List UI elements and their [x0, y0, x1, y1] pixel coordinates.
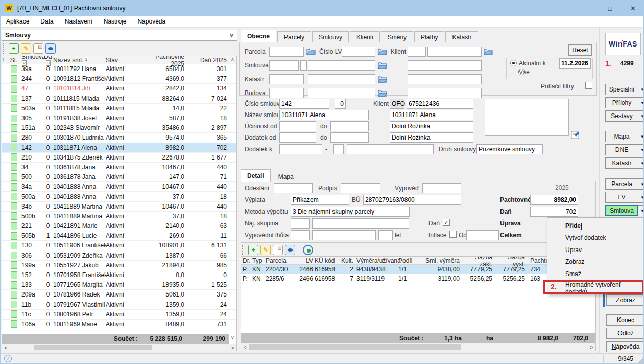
date-input[interactable]	[559, 58, 591, 69]
konec-button[interactable]: Konec	[606, 314, 644, 326]
contract-row[interactable]: 130 0 10511906 František Aktivní 108901,…	[2, 241, 236, 251]
odloz-button[interactable]: Odlož	[606, 328, 644, 339]
menu-nastroje[interactable]: Nástroje	[98, 16, 132, 27]
contract-row[interactable]: 34b 0 10411889 Martina Aktivní 10467,0 4…	[2, 202, 236, 212]
contract-row[interactable]: 306 0 10531909 Zdeňka Aktivní 1387,0 66	[2, 251, 236, 261]
scroll-left-icon[interactable]: <	[2, 345, 10, 351]
smlouva-extra-input[interactable]	[408, 60, 482, 71]
contract-row[interactable]: 221 0 10421891 Marie Aktivní 2140,0 63	[2, 221, 236, 231]
note-edit-icon[interactable]	[571, 131, 580, 142]
budova-extra-input[interactable]	[408, 88, 482, 98]
vyplata-input[interactable]	[291, 195, 349, 205]
folder-icon[interactable]	[484, 48, 493, 55]
contract-row[interactable]: 142 0 10311871 Alena Aktivní 8982,0 702	[2, 143, 236, 153]
col-header-excl[interactable]: !	[2, 57, 7, 64]
col-header-dan[interactable]: Daň 2025	[186, 57, 230, 64]
nazev-smlouvy-input[interactable]	[279, 110, 369, 120]
inflace-checkbox[interactable]	[449, 231, 457, 238]
adresa2-field[interactable]	[390, 132, 473, 143]
klient-type-field[interactable]: OFO	[390, 99, 404, 109]
klient-type-input[interactable]	[408, 47, 426, 57]
tab-smeny[interactable]: Směny	[381, 31, 413, 42]
reset-button[interactable]: Reset	[568, 44, 592, 56]
close-button[interactable]: ✕	[622, 1, 644, 16]
naj-skupina-name-input[interactable]	[312, 218, 409, 229]
contract-row[interactable]: 500a 0 10401888 Anna Aktivní 37,0 18	[2, 192, 236, 201]
folder-icon[interactable]	[378, 48, 387, 55]
contract-row[interactable]: 503a 0 10111815 Milada Aktivní 14,0 22	[2, 104, 236, 113]
col-header-stav[interactable]: Stav	[106, 57, 140, 64]
scroll-up-icon[interactable]: ∧	[229, 56, 236, 63]
cislo-smlouvy-input[interactable]	[279, 99, 329, 109]
dan-checkbox[interactable]: ✓	[443, 219, 450, 226]
lv-button[interactable]: LV▼	[605, 192, 644, 203]
notes-box[interactable]	[485, 99, 569, 136]
contract-row[interactable]: 11b 0 10791967 Vlastimil Aktivní 1359,0 …	[2, 300, 236, 310]
edit-icon[interactable]: ✎	[21, 43, 31, 54]
resize-grip[interactable]	[638, 357, 644, 363]
napoveda-button[interactable]: Nápověda	[606, 341, 644, 352]
aktualni-k-radio[interactable]	[510, 60, 517, 66]
folder-icon[interactable]	[378, 89, 387, 97]
katastr-button[interactable]: Katastr▼	[605, 157, 644, 169]
contract-row[interactable]: 505b 1 10441896 Lucie Aktivní 269,0 11	[2, 231, 236, 241]
vypoved-input[interactable]	[422, 183, 461, 193]
col-dr[interactable]: Dr.	[241, 257, 252, 264]
smlouva-name-input[interactable]	[308, 60, 375, 71]
scroll-right-icon[interactable]: >	[588, 344, 595, 350]
contract-row[interactable]: 210 0 10341875 Zdeněk Aktivní 22678,0 1 …	[2, 153, 236, 163]
menu-nastaveni[interactable]: Nastavení	[59, 16, 98, 27]
contract-row[interactable]: 244 0 10091812 František Aktivní 4369,0 …	[2, 74, 236, 84]
tab-detail[interactable]: Detail	[241, 169, 271, 182]
zobraz-button[interactable]: Zobraz	[606, 294, 644, 306]
dne-button[interactable]: DNE▼	[605, 144, 644, 155]
contract-row[interactable]: 152 0 10701958 František Aktivní 0,0 0	[2, 270, 236, 280]
tab-klienti[interactable]: Klienti	[350, 31, 380, 42]
col-podil[interactable]: Podíl	[398, 257, 418, 264]
col-kult[interactable]: Kult.	[340, 257, 354, 264]
toolbar-grip[interactable]	[3, 43, 5, 54]
inflace-od-input[interactable]	[466, 230, 499, 240]
dropdown-arrow-icon[interactable]: ▼	[638, 157, 644, 169]
cislo-suffix-input[interactable]	[335, 99, 346, 109]
lhuta-name-input[interactable]	[312, 230, 376, 240]
druh-smlouvy-select[interactable]: Pozemkové smlouvy	[476, 144, 543, 154]
contract-row[interactable]: 209a 0 10781966 Radek Aktivní 5061,0 375	[2, 290, 236, 300]
sestavy-button[interactable]: Sestavy▼	[605, 110, 644, 122]
klient-name-input[interactable]	[427, 47, 482, 57]
contract-row[interactable]: 500 0 10361878 Jana Aktivní 147,0 71	[2, 172, 236, 182]
naj-skupina-input[interactable]	[291, 218, 310, 229]
adresa1-field[interactable]	[390, 121, 473, 131]
contract-row[interactable]: 47 0 10101814 Jiří Aktivní 2842,0 134	[2, 84, 236, 94]
katastr-name-input[interactable]	[308, 74, 375, 84]
contract-row[interactable]: 34a 0 10401888 Anna Aktivní 10467,0 440	[2, 182, 236, 192]
smlouva-filter-input[interactable]	[269, 60, 299, 71]
dropdown-arrow-icon[interactable]: ▼	[638, 144, 644, 155]
col-ku-kod[interactable]: KÚ kód	[315, 257, 340, 264]
view-icon[interactable]	[45, 43, 56, 54]
contract-row[interactable]: 500b 0 10411889 Martina Aktivní 37,0 18	[2, 212, 236, 221]
map-globe-icon[interactable]	[303, 245, 313, 255]
folder-icon[interactable]	[306, 48, 316, 55]
metoda-input[interactable]	[291, 207, 410, 217]
dropdown-arrow-icon[interactable]: ▼	[638, 84, 644, 95]
parcel-row[interactable]: P. KN 2204/30 2466 616958 2 9438/9438 1/…	[241, 265, 595, 274]
tab-mapa[interactable]: Mapa	[272, 171, 300, 182]
contract-row[interactable]: 11c 0 10801968 Petr Aktivní 1359,0 24	[2, 310, 236, 320]
smlouva-button[interactable]: Smlouva▼	[605, 205, 644, 216]
lhuta-input[interactable]	[291, 230, 310, 240]
dodatek-k-name-input[interactable]	[347, 144, 434, 154]
copy-icon[interactable]	[273, 245, 283, 255]
bu-input[interactable]	[363, 195, 461, 205]
klient-name-field[interactable]	[390, 110, 473, 120]
edit-icon[interactable]: ✎	[260, 245, 271, 255]
scroll-left-icon[interactable]: <	[241, 344, 249, 350]
menu-vytvor-dodatek[interactable]: Vytvoř dodatek	[547, 232, 644, 244]
specialni-button[interactable]: Speciální▼	[605, 84, 644, 95]
dropdown-arrow-icon[interactable]: ▼	[638, 97, 644, 108]
contract-row[interactable]: 133 0 10771965 Margita Aktivní 18935,0 1…	[2, 280, 236, 290]
dodatek-k-suffix-input[interactable]	[333, 144, 344, 154]
copy-icon[interactable]	[33, 43, 43, 54]
add-icon[interactable]: +	[9, 43, 19, 54]
contracts-hscrollbar[interactable]: < >	[2, 344, 236, 351]
